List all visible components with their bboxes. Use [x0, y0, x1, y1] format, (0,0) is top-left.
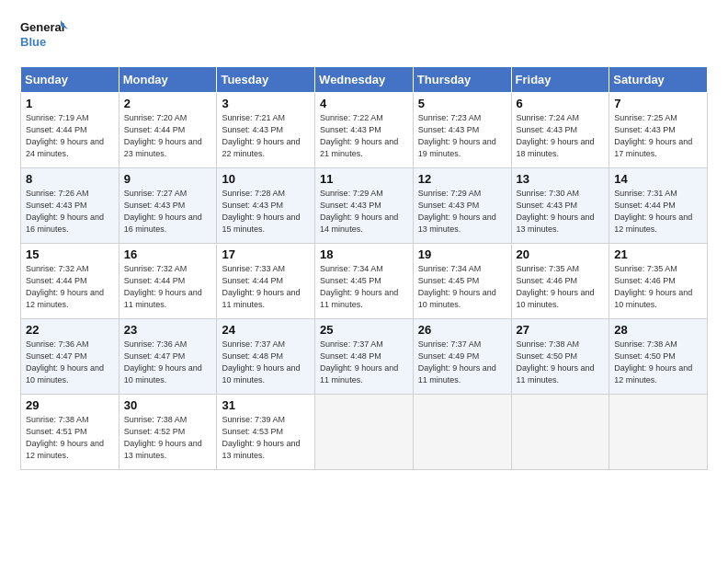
col-sunday: Sunday: [21, 67, 119, 93]
table-row: 4 Sunrise: 7:22 AMSunset: 4:43 PMDayligh…: [315, 93, 414, 168]
table-row: 13 Sunrise: 7:30 AMSunset: 4:43 PMDaylig…: [511, 168, 609, 244]
table-row: 7 Sunrise: 7:25 AMSunset: 4:43 PMDayligh…: [609, 93, 708, 168]
col-monday: Monday: [119, 67, 217, 93]
table-row: 8 Sunrise: 7:26 AMSunset: 4:43 PMDayligh…: [21, 168, 119, 244]
table-row: 21 Sunrise: 7:35 AMSunset: 4:46 PMDaylig…: [609, 244, 708, 319]
table-row: 12 Sunrise: 7:29 AMSunset: 4:43 PMDaylig…: [413, 168, 511, 244]
calendar-table: Sunday Monday Tuesday Wednesday Thursday…: [20, 66, 708, 470]
table-row: 1 Sunrise: 7:19 AMSunset: 4:44 PMDayligh…: [21, 93, 119, 168]
header: General Blue: [20, 17, 708, 57]
calendar-week-5: 29 Sunrise: 7:38 AMSunset: 4:51 PMDaylig…: [21, 395, 708, 470]
calendar-header-row: Sunday Monday Tuesday Wednesday Thursday…: [21, 67, 708, 93]
calendar-week-2: 8 Sunrise: 7:26 AMSunset: 4:43 PMDayligh…: [21, 168, 708, 244]
page: General Blue Sunday Monday Tuesday Wedne…: [0, 0, 728, 481]
table-row: 11 Sunrise: 7:29 AMSunset: 4:43 PMDaylig…: [315, 168, 414, 244]
table-row: 17 Sunrise: 7:33 AMSunset: 4:44 PMDaylig…: [217, 244, 315, 319]
calendar-week-1: 1 Sunrise: 7:19 AMSunset: 4:44 PMDayligh…: [21, 93, 708, 168]
table-row: 2 Sunrise: 7:20 AMSunset: 4:44 PMDayligh…: [119, 93, 217, 168]
logo: General Blue: [20, 17, 68, 57]
svg-text:Blue: Blue: [20, 35, 46, 49]
table-row: 29 Sunrise: 7:38 AMSunset: 4:51 PMDaylig…: [21, 395, 119, 470]
table-row: 18 Sunrise: 7:34 AMSunset: 4:45 PMDaylig…: [315, 244, 414, 319]
table-row: 28 Sunrise: 7:38 AMSunset: 4:50 PMDaylig…: [609, 319, 708, 395]
empty-cell: [511, 395, 609, 470]
table-row: 19 Sunrise: 7:34 AMSunset: 4:45 PMDaylig…: [413, 244, 511, 319]
logo-svg: General Blue: [20, 17, 68, 57]
table-row: 26 Sunrise: 7:37 AMSunset: 4:49 PMDaylig…: [413, 319, 511, 395]
empty-cell: [609, 395, 708, 470]
table-row: 10 Sunrise: 7:28 AMSunset: 4:43 PMDaylig…: [217, 168, 315, 244]
table-row: 6 Sunrise: 7:24 AMSunset: 4:43 PMDayligh…: [511, 93, 609, 168]
table-row: 14 Sunrise: 7:31 AMSunset: 4:44 PMDaylig…: [609, 168, 708, 244]
table-row: 23 Sunrise: 7:36 AMSunset: 4:47 PMDaylig…: [119, 319, 217, 395]
calendar-week-4: 22 Sunrise: 7:36 AMSunset: 4:47 PMDaylig…: [21, 319, 708, 395]
table-row: 30 Sunrise: 7:38 AMSunset: 4:52 PMDaylig…: [119, 395, 217, 470]
table-row: 5 Sunrise: 7:23 AMSunset: 4:43 PMDayligh…: [413, 93, 511, 168]
table-row: 9 Sunrise: 7:27 AMSunset: 4:43 PMDayligh…: [119, 168, 217, 244]
col-wednesday: Wednesday: [315, 67, 414, 93]
table-row: 16 Sunrise: 7:32 AMSunset: 4:44 PMDaylig…: [119, 244, 217, 319]
calendar-week-3: 15 Sunrise: 7:32 AMSunset: 4:44 PMDaylig…: [21, 244, 708, 319]
table-row: 3 Sunrise: 7:21 AMSunset: 4:43 PMDayligh…: [217, 93, 315, 168]
table-row: 22 Sunrise: 7:36 AMSunset: 4:47 PMDaylig…: [21, 319, 119, 395]
col-thursday: Thursday: [413, 67, 511, 93]
svg-text:General: General: [20, 20, 64, 34]
col-saturday: Saturday: [609, 67, 708, 93]
empty-cell: [413, 395, 511, 470]
empty-cell: [315, 395, 414, 470]
col-friday: Friday: [511, 67, 609, 93]
table-row: 31 Sunrise: 7:39 AMSunset: 4:53 PMDaylig…: [217, 395, 315, 470]
table-row: 25 Sunrise: 7:37 AMSunset: 4:48 PMDaylig…: [315, 319, 414, 395]
table-row: 15 Sunrise: 7:32 AMSunset: 4:44 PMDaylig…: [21, 244, 119, 319]
col-tuesday: Tuesday: [217, 67, 315, 93]
table-row: 24 Sunrise: 7:37 AMSunset: 4:48 PMDaylig…: [217, 319, 315, 395]
table-row: 20 Sunrise: 7:35 AMSunset: 4:46 PMDaylig…: [511, 244, 609, 319]
table-row: 27 Sunrise: 7:38 AMSunset: 4:50 PMDaylig…: [511, 319, 609, 395]
